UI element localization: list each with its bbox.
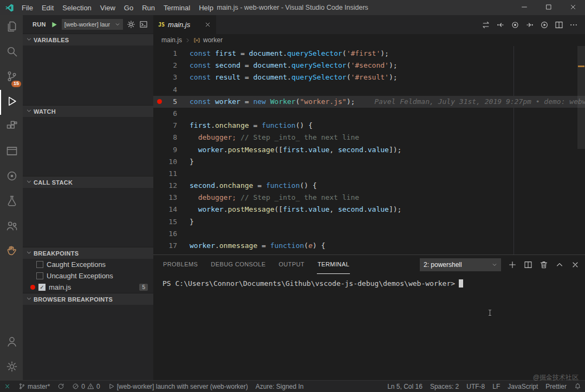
status-debug-launch[interactable]: [web-worker] launch with server (web-wor… xyxy=(104,381,252,392)
activity-item-run-and-debug[interactable] xyxy=(0,90,23,115)
status-remote[interactable] xyxy=(0,381,15,392)
maximize-panel-icon[interactable] xyxy=(555,260,564,269)
menu-go[interactable]: Go xyxy=(120,0,138,15)
activity-item-extensions[interactable] xyxy=(0,115,23,140)
activity-item-settings[interactable] xyxy=(0,355,23,380)
window-maximize-button[interactable] xyxy=(536,0,561,15)
code-line[interactable]: 7first.onchange = function() { xyxy=(153,120,585,132)
start-debugging-button[interactable] xyxy=(50,21,58,29)
activity-item-explorer[interactable] xyxy=(0,15,23,40)
terminal[interactable]: PS C:\Users\Connor\Documents\Github\vsco… xyxy=(153,274,585,380)
status-formatter[interactable]: Prettier xyxy=(542,381,570,392)
panel-tab-problems[interactable]: PROBLEMS xyxy=(162,255,198,274)
close-tab-icon[interactable] xyxy=(204,21,211,28)
code-line[interactable]: 6 xyxy=(153,108,585,120)
breakpoint-row[interactable]: Uncaught Exceptions xyxy=(23,270,153,282)
split-editor-icon[interactable] xyxy=(555,21,563,29)
section-header-variables[interactable]: VARIABLES xyxy=(23,34,153,45)
code-line[interactable]: 5const worker = new Worker("worker.js");… xyxy=(153,96,585,108)
checkbox[interactable] xyxy=(36,272,43,279)
breakpoint-row[interactable]: Caught Exceptions xyxy=(23,259,153,270)
kill-terminal-icon[interactable] xyxy=(540,260,548,269)
tab-main-js[interactable]: JS main.js xyxy=(153,15,216,34)
line-number[interactable]: 9 xyxy=(153,144,177,156)
gear-icon[interactable] xyxy=(127,20,135,29)
section-header-watch[interactable]: WATCH xyxy=(23,105,153,117)
record-icon[interactable] xyxy=(511,21,519,29)
activity-item-organization[interactable] xyxy=(0,214,23,239)
line-number[interactable]: 7 xyxy=(153,120,177,132)
menu-run[interactable]: Run xyxy=(138,0,159,15)
breadcrumb-file[interactable]: main.js xyxy=(161,36,182,44)
line-number[interactable]: 15 xyxy=(153,216,177,228)
menu-help[interactable]: Help xyxy=(194,0,218,15)
panel-tab-debug-console[interactable]: DEBUG CONSOLE xyxy=(210,255,266,274)
line-number[interactable]: 3 xyxy=(153,71,177,83)
status-sync[interactable] xyxy=(54,381,68,392)
window-close-button[interactable] xyxy=(561,0,585,15)
status-notifications[interactable] xyxy=(570,381,585,392)
status-indentation[interactable]: Spaces: 2 xyxy=(426,381,463,392)
line-number[interactable]: 6 xyxy=(153,108,177,120)
code-line[interactable]: 17worker.onmessage = function(e) { xyxy=(153,240,585,252)
menu-selection[interactable]: Selection xyxy=(58,0,95,15)
step-back-icon[interactable] xyxy=(496,21,505,29)
split-terminal-icon[interactable] xyxy=(524,260,532,269)
line-number[interactable]: 4 xyxy=(153,84,177,96)
new-terminal-icon[interactable] xyxy=(508,260,517,269)
debug-console-icon[interactable] xyxy=(139,20,148,29)
line-number[interactable]: 13 xyxy=(153,192,177,204)
status-problems[interactable]: 00 xyxy=(68,381,103,392)
section-header-call-stack[interactable]: CALL STACK xyxy=(23,176,153,188)
status-branch[interactable]: master* xyxy=(15,381,54,392)
menu-view[interactable]: View xyxy=(96,0,120,15)
line-number[interactable]: 8 xyxy=(153,132,177,143)
status-azure[interactable]: Azure: Signed In xyxy=(252,381,308,392)
panel-tab-output[interactable]: OUTPUT xyxy=(278,255,306,274)
line-number[interactable]: 11 xyxy=(153,168,177,180)
code-line[interactable]: 8 debugger; // Step _into_ the next line xyxy=(153,132,585,143)
vertical-scrollbar[interactable] xyxy=(577,46,585,149)
code-line[interactable]: 16 xyxy=(153,228,585,240)
section-header-breakpoints[interactable]: BREAKPOINTS xyxy=(23,247,153,259)
code-line[interactable]: 3const result = document.querySelector('… xyxy=(153,71,585,83)
section-header-browser-breakpoints[interactable]: BROWSER BREAKPOINTS xyxy=(23,293,153,305)
code-line[interactable]: 13 debugger; // Step _into_ the next lin… xyxy=(153,192,585,204)
activity-item-remote-window[interactable] xyxy=(0,140,23,165)
activity-item-account[interactable] xyxy=(0,330,23,355)
step-forward-icon[interactable] xyxy=(525,21,534,29)
code-line[interactable]: 12second.onchange = function() { xyxy=(153,180,585,192)
line-number[interactable]: 1 xyxy=(153,48,177,60)
line-number[interactable]: 14 xyxy=(153,204,177,215)
compare-changes-icon[interactable] xyxy=(482,21,490,29)
code-line[interactable]: 1const first = document.querySelector('#… xyxy=(153,48,585,60)
close-panel-icon[interactable] xyxy=(571,260,580,269)
line-number[interactable]: 12 xyxy=(153,180,177,192)
activity-item-target[interactable] xyxy=(0,165,23,190)
status-eol[interactable]: LF xyxy=(489,381,504,392)
status-encoding[interactable]: UTF-8 xyxy=(463,381,489,392)
code-line[interactable]: 14 worker.postMessage([first.value, seco… xyxy=(153,204,585,215)
line-number[interactable]: 10 xyxy=(153,156,177,168)
breadcrumb-symbol[interactable]: worker xyxy=(203,36,223,44)
breakpoint-row[interactable]: ✓main.js5 xyxy=(23,282,153,293)
menu-terminal[interactable]: Terminal xyxy=(159,0,194,15)
terminal-instance-dropdown[interactable]: 2: powershell xyxy=(420,258,501,271)
checkbox[interactable] xyxy=(36,261,43,268)
status-language[interactable]: JavaScript xyxy=(504,381,542,392)
activity-item-test-beaker[interactable] xyxy=(0,190,23,214)
activity-item-search[interactable] xyxy=(0,40,23,65)
activity-item-extension-hand[interactable] xyxy=(0,239,23,264)
run-file-icon[interactable] xyxy=(540,21,549,29)
line-number[interactable]: 16 xyxy=(153,228,177,240)
checkbox[interactable]: ✓ xyxy=(38,284,46,291)
code-line[interactable]: 9 worker.postMessage([first.value, secon… xyxy=(153,144,585,156)
activity-item-source-control[interactable]: 15 xyxy=(0,65,23,90)
menu-file[interactable]: File xyxy=(17,0,37,15)
code-line[interactable]: 2const second = document.querySelector('… xyxy=(153,60,585,71)
more-actions-icon[interactable] xyxy=(569,21,578,29)
menu-edit[interactable]: Edit xyxy=(37,0,58,15)
code-editor[interactable]: 1const first = document.querySelector('#… xyxy=(153,46,585,254)
code-line[interactable]: 4 xyxy=(153,84,585,96)
code-line[interactable]: 10} xyxy=(153,156,585,168)
